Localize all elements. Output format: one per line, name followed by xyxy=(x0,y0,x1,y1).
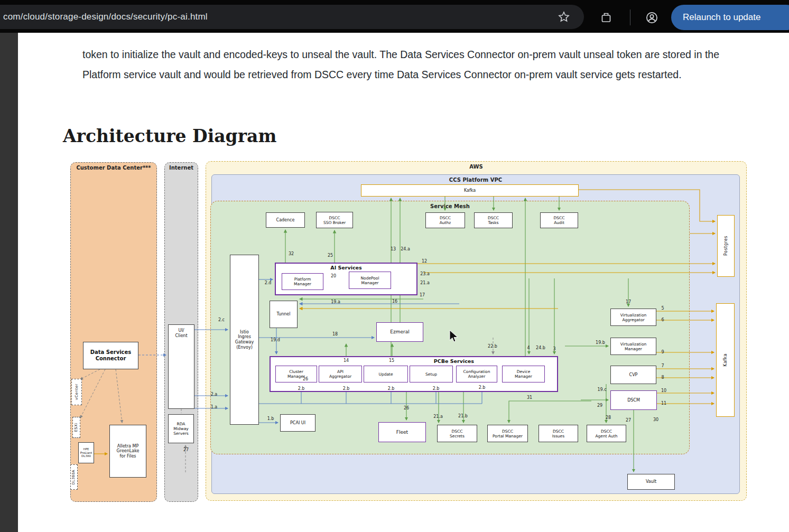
edge-label-10: 10 xyxy=(661,388,666,393)
edge-label-13: 13 xyxy=(391,247,396,251)
edge-label-24.b: 24.b xyxy=(536,346,545,350)
edge-label-29: 29 xyxy=(597,403,602,408)
edge-label-11: 11 xyxy=(661,401,666,406)
relaunch-button[interactable]: Relaunch to update xyxy=(671,5,789,30)
edge-label-27: 27 xyxy=(183,447,189,452)
edge-label-22.b: 22.b xyxy=(488,344,497,349)
extensions-icon[interactable] xyxy=(600,11,612,24)
edge-label-25: 25 xyxy=(328,253,333,258)
edge-label-8: 8 xyxy=(661,375,664,380)
edge-label-6: 6 xyxy=(661,318,664,322)
edge-label-1.b: 1.b xyxy=(267,416,274,421)
left-edge-panel xyxy=(0,33,18,532)
edge-label-2.b: 2.b xyxy=(433,386,440,391)
edge-label-21.b: 21.b xyxy=(458,414,468,418)
edge-label-20: 20 xyxy=(331,274,336,278)
mouse-cursor xyxy=(449,330,460,343)
edge-label-16: 16 xyxy=(392,299,397,304)
edge-label-21.a: 21.a xyxy=(433,414,443,419)
edge-label-26: 26 xyxy=(404,406,409,410)
edge-label-19.b: 19.b xyxy=(596,340,605,345)
edge-label-7: 7 xyxy=(661,363,664,368)
edge-label-2.b: 2.b xyxy=(388,386,395,391)
edge-label-2.b: 2.b xyxy=(479,385,486,390)
edge-label-19.d: 19.d xyxy=(271,338,280,342)
edge-label-2.a: 2.a xyxy=(211,392,218,397)
edge-label-23.a: 23.a xyxy=(420,272,430,276)
edge-label-2.b: 2.b xyxy=(298,386,305,391)
edge-label-19.c: 19.c xyxy=(597,387,606,392)
edge-label-5: 5 xyxy=(661,306,664,311)
edge-label-17: 17 xyxy=(420,293,425,297)
edge-label-2.b: 2.b xyxy=(343,386,350,391)
edge-label-17: 17 xyxy=(626,300,631,304)
intro-paragraph: token to initialize the vault and encode… xyxy=(82,44,754,85)
architecture-diagram: Customer Data Center***InternetAWSCCS Pl… xyxy=(63,155,747,506)
edge-label-21.a: 21.a xyxy=(420,281,430,285)
edge-label-30: 30 xyxy=(653,417,658,422)
diagram-edge-label-layer: 32251324.a1223.a21.a2.d20171619.a2.c1819… xyxy=(63,155,747,504)
edge-label-31: 31 xyxy=(527,395,532,400)
edge-label-24.a: 24.a xyxy=(401,247,410,251)
page-title: Architecture Diagram xyxy=(63,126,276,146)
toolbar-divider xyxy=(630,10,630,25)
profile-icon[interactable] xyxy=(645,11,658,24)
url-bar[interactable]: com/cloud/storage-design/docs/security/p… xyxy=(0,5,584,29)
edge-label-14: 14 xyxy=(344,358,349,363)
edge-label-3: 3 xyxy=(553,347,555,351)
browser-chrome: com/cloud/storage-design/docs/security/p… xyxy=(0,0,789,33)
edge-label-2.d: 2.d xyxy=(265,281,272,285)
edge-label-4: 4 xyxy=(527,346,530,350)
edge-label-2.c: 2.c xyxy=(218,318,225,322)
edge-label-15: 15 xyxy=(389,358,394,363)
edge-label-28: 28 xyxy=(606,415,611,420)
edge-label-9: 9 xyxy=(661,350,664,354)
edge-label-12: 12 xyxy=(422,259,427,264)
edge-label-26: 26 xyxy=(303,377,308,381)
bookmark-star-icon[interactable] xyxy=(558,11,570,23)
url-text: com/cloud/storage-design/docs/security/p… xyxy=(0,12,208,22)
edge-label-18: 18 xyxy=(332,332,338,337)
edge-label-1.a: 1.a xyxy=(211,405,218,409)
edge-label-32: 32 xyxy=(289,251,294,256)
edge-label-27: 27 xyxy=(626,418,631,423)
edge-label-19.a: 19.a xyxy=(331,300,340,304)
